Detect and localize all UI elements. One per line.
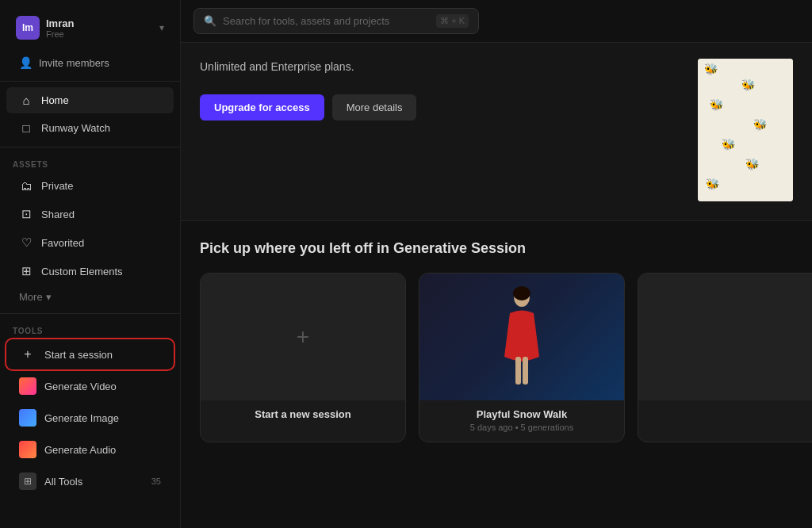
runway-watch-label: Runway Watch xyxy=(41,122,110,134)
divider-1 xyxy=(0,81,180,82)
banner-actions: Upgrade for access More details xyxy=(200,94,685,121)
tv-icon: □ xyxy=(19,121,33,135)
plus-icon: + xyxy=(19,346,36,363)
avatar: Im xyxy=(16,16,40,40)
shared-label: Shared xyxy=(41,209,75,220)
new-session-label: Start a new session xyxy=(201,400,405,432)
sidebar-item-home[interactable]: ⌂ Home xyxy=(6,87,174,113)
bee-icon-3: 🐝 xyxy=(710,98,723,111)
sidebar-item-private[interactable]: 🗂 Private xyxy=(6,173,174,199)
sidebar-item-custom-elements[interactable]: ⊞ Custom Elements xyxy=(6,258,174,285)
banner-image: 🐝 🐝 🐝 🐝 🐝 🐝 🐝 xyxy=(698,59,793,201)
favorited-label: Favorited xyxy=(41,237,84,249)
invite-members-button[interactable]: 👤 Invite members xyxy=(6,51,174,75)
sidebar-item-favorited[interactable]: ♡ Favorited xyxy=(6,229,174,256)
sidebar-item-generate-image[interactable]: Generate Image xyxy=(6,403,174,433)
generative-session-section: Pick up where you left off in Generative… xyxy=(181,221,812,455)
divider-2 xyxy=(0,147,180,147)
chevron-more-icon: ▾ xyxy=(46,291,52,303)
sessions-grid: + Start a new session xyxy=(200,273,793,442)
svg-rect-3 xyxy=(523,357,528,385)
new-session-title: Start a new session xyxy=(210,408,396,420)
user-plan: Free xyxy=(46,29,159,39)
audio-icon xyxy=(19,441,36,458)
tools-grid-icon: ⊞ xyxy=(19,473,36,490)
invite-label: Invite members xyxy=(39,57,109,69)
third-session-card[interactable] xyxy=(638,273,812,442)
home-icon: ⌂ xyxy=(19,94,33,107)
search-bar[interactable]: 🔍 Search for tools, assets and projects … xyxy=(193,8,479,34)
generate-image-label: Generate Image xyxy=(44,412,119,424)
start-session-label: Start a session xyxy=(44,349,113,361)
session-thumbnail xyxy=(419,274,624,400)
home-label: Home xyxy=(41,94,69,106)
user-profile[interactable]: Im Imran Free ▾ xyxy=(6,10,174,46)
chevron-down-icon: ▾ xyxy=(159,22,164,33)
sidebar-item-generate-audio[interactable]: Generate Audio xyxy=(6,434,174,465)
third-card-thumbnail xyxy=(638,274,812,400)
session-card-label: Playful Snow Walk 5 days ago • 5 generat… xyxy=(419,400,624,442)
session-image xyxy=(419,274,624,400)
new-session-thumbnail: + xyxy=(201,274,405,400)
user-plus-icon: 👤 xyxy=(19,56,33,69)
sidebar-item-all-tools[interactable]: ⊞ All Tools 35 xyxy=(6,466,174,496)
bee-icon-1: 🐝 xyxy=(704,63,718,75)
all-tools-badge: 35 xyxy=(151,476,161,486)
sidebar-item-generate-video[interactable]: Generate Video xyxy=(6,371,174,401)
svg-rect-2 xyxy=(515,357,521,385)
session-card-playful-snow-walk[interactable]: Playful Snow Walk 5 days ago • 5 generat… xyxy=(419,273,625,442)
image-icon xyxy=(19,409,36,427)
generate-video-label: Generate Video xyxy=(44,381,117,392)
heart-icon: ♡ xyxy=(19,235,33,250)
new-session-plus-icon: + xyxy=(297,324,309,350)
grid-icon: ⊞ xyxy=(19,264,33,278)
woman-figure-svg xyxy=(490,285,553,388)
bee-icon-6: 🐝 xyxy=(745,158,759,170)
shared-icon: ⊡ xyxy=(19,207,33,221)
more-details-button[interactable]: More details xyxy=(332,94,417,121)
topbar: 🔍 Search for tools, assets and projects … xyxy=(181,0,812,43)
video-icon xyxy=(19,377,36,395)
session-meta: 5 days ago • 5 generations xyxy=(429,423,615,432)
folder-icon: 🗂 xyxy=(19,179,33,193)
sidebar-item-shared[interactable]: ⊡ Shared xyxy=(6,201,174,228)
bee-icon-5: 🐝 xyxy=(722,138,735,151)
upgrade-banner: Unlimited and Enterprise plans. Upgrade … xyxy=(181,43,812,221)
sidebar-item-runway-watch[interactable]: □ Runway Watch xyxy=(6,115,174,141)
upgrade-button[interactable]: Upgrade for access xyxy=(200,94,324,121)
user-name: Imran xyxy=(46,17,159,29)
main-content: 🔍 Search for tools, assets and projects … xyxy=(181,0,812,528)
bee-icon-2: 🐝 xyxy=(741,78,755,91)
banner-description: Unlimited and Enterprise plans. xyxy=(200,59,685,75)
session-title: Playful Snow Walk xyxy=(429,408,615,420)
search-icon: 🔍 xyxy=(204,15,216,27)
banner-text: Unlimited and Enterprise plans. Upgrade … xyxy=(200,59,685,121)
search-placeholder: Search for tools, assets and projects xyxy=(223,15,389,27)
new-session-card[interactable]: + Start a new session xyxy=(200,273,406,442)
more-button[interactable]: More ▾ xyxy=(6,286,174,308)
more-label: More xyxy=(19,291,43,303)
generate-audio-label: Generate Audio xyxy=(44,444,116,456)
bee-icon-7: 🐝 xyxy=(706,178,719,190)
start-session-button[interactable]: + Start a session xyxy=(6,339,174,369)
private-label: Private xyxy=(41,180,73,192)
custom-elements-label: Custom Elements xyxy=(41,266,123,277)
assets-section-label: ASSETS xyxy=(0,152,180,172)
bee-icon-4: 🐝 xyxy=(753,118,767,131)
svg-point-1 xyxy=(513,286,530,300)
user-info: Imran Free xyxy=(46,17,159,39)
generative-title: Pick up where you left off in Generative… xyxy=(200,240,793,257)
divider-3 xyxy=(0,313,180,314)
tools-section-label: TOOLS xyxy=(0,319,180,339)
sidebar: Im Imran Free ▾ 👤 Invite members ⌂ Home … xyxy=(0,0,181,528)
all-tools-label: All Tools xyxy=(44,476,82,488)
content-area: Unlimited and Enterprise plans. Upgrade … xyxy=(181,43,812,528)
search-shortcut: ⌘ + K xyxy=(436,14,469,28)
